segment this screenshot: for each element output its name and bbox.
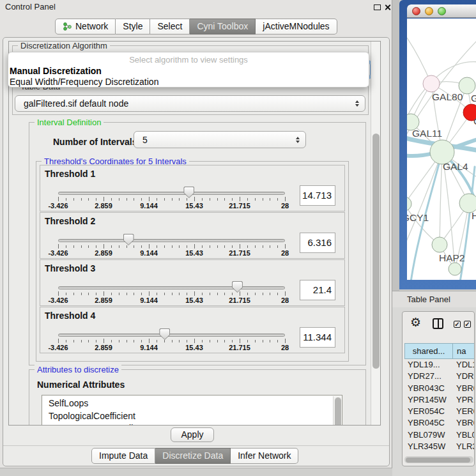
tick-label: 28 [281, 249, 289, 257]
tick-mark [73, 293, 74, 295]
tick-mark [149, 291, 150, 296]
network-node[interactable] [449, 263, 461, 275]
tick-label: 15.43 [185, 344, 203, 351]
threshold-slider-track[interactable] [58, 286, 285, 289]
tick-mark [157, 293, 157, 295]
attribute-list-item[interactable]: SelfLoops [42, 395, 342, 410]
tick-mark [96, 245, 96, 248]
attribute-items: SelfLoopsTopologicalCoefficientBetweenne… [42, 395, 342, 426]
tab-select[interactable]: Select [150, 19, 190, 35]
table-row[interactable]: YBL079WYBL0 [404, 429, 475, 441]
tick-mark [96, 198, 96, 201]
popup-option-equal-width-frequency[interactable]: Equal Width/Frequency Discretization [10, 77, 158, 87]
threshold-value-field[interactable]: 6.316 [300, 233, 335, 253]
tick-mark [232, 340, 233, 342]
tick-mark [285, 339, 286, 343]
tick-mark [66, 293, 66, 295]
network-node-hap2[interactable] [432, 237, 447, 252]
tick-mark [277, 293, 278, 295]
tick-label: -3.426 [48, 344, 68, 351]
tick-mark [172, 245, 173, 248]
tick-mark [263, 293, 263, 295]
column-header-name[interactable]: na [453, 343, 475, 359]
zoom-traffic-light[interactable] [438, 7, 446, 15]
scrollbar-thumb[interactable] [335, 397, 341, 426]
threshold-label: Threshold 4 [45, 311, 95, 321]
threshold-value-field[interactable]: 21.4 [300, 280, 335, 300]
checkbox-icon[interactable]: ✓ [464, 321, 471, 328]
table-row[interactable]: YER054CYER0 [404, 406, 475, 417]
popup-option-manual-discretization[interactable]: Manual Discretization [10, 66, 102, 76]
scrollbar-thumb[interactable] [406, 457, 470, 463]
network-node-gcy1[interactable] [407, 197, 411, 211]
checkbox-icon[interactable]: ✓ [454, 321, 461, 328]
apply-button[interactable]: Apply [171, 427, 214, 442]
table-row[interactable]: YDR27...YDR2 [404, 371, 475, 382]
tick-label: 21.715 [229, 344, 250, 351]
tab-label: Cyni Toolbox [197, 19, 248, 34]
threshold-value-field[interactable]: 14.713 [300, 185, 335, 206]
network-canvas[interactable]: GAL80GACGAL11GAL4GCY1HHAP2 [407, 19, 476, 280]
settings-vertical-scrollbar[interactable] [371, 42, 380, 425]
tick-mark [240, 339, 240, 343]
table-row[interactable]: YLR345WYLR3 [404, 441, 475, 452]
column-header-shared-name[interactable]: shared... [404, 343, 453, 359]
cell-shared-name: YER054C [408, 406, 445, 416]
tick-mark [149, 197, 150, 201]
table-data-combobox[interactable]: galFiltered.sif default node [15, 95, 365, 112]
tick-label: 9.144 [140, 344, 158, 351]
tick-label: 28 [281, 202, 289, 210]
network-node-gal80[interactable] [423, 75, 440, 92]
numerical-attributes-list: SelfLoopsTopologicalCoefficientBetweenne… [42, 395, 342, 426]
tick-mark [217, 245, 218, 248]
tick-mark [270, 198, 270, 201]
table-panel-title: Table Panel [407, 295, 450, 304]
top-tab-bar: Network Style Select Cyni Toolbox jActiv… [55, 19, 337, 35]
node-label: HAP2 [439, 252, 465, 263]
tick-mark [81, 245, 82, 248]
tab-style[interactable]: Style [116, 19, 150, 35]
table-panel-area: ⚙ ✓ ✓ shared... na YDL19...YDL1YDR27...Y… [392, 307, 476, 476]
threshold-slider-track[interactable] [58, 239, 285, 242]
threshold-label: Threshold 2 [45, 216, 95, 226]
number-of-intervals-combobox[interactable]: 5 [134, 131, 306, 148]
screen: Control Panel Network Style Sele [0, 0, 476, 476]
table-row[interactable]: YDL19...YDL1 [404, 359, 475, 371]
tab-impute-data[interactable]: Impute Data [91, 448, 155, 464]
attribute-list-item[interactable]: BetweennessCentrality [42, 422, 342, 426]
cell-shared-name: YIL052C [408, 453, 440, 455]
table-row[interactable]: YPR145WYPR1 [404, 394, 475, 406]
gear-icon[interactable]: ⚙ [410, 315, 421, 330]
tab-cyni-toolbox[interactable]: Cyni Toolbox [190, 19, 256, 35]
threshold-slider-track[interactable] [58, 334, 285, 337]
tick-mark [111, 198, 112, 201]
tick-mark [111, 293, 112, 295]
float-window-icon[interactable] [374, 4, 381, 10]
threshold-slider-track[interactable] [58, 192, 285, 195]
table-row[interactable]: YBR045CYBR0 [404, 417, 475, 429]
attribute-list-item[interactable]: TopologicalCoefficient [42, 410, 342, 423]
tab-jactivemnodules[interactable]: jActiveMNodules [256, 19, 337, 35]
table-horizontal-scrollbar[interactable] [404, 456, 473, 463]
close-icon[interactable] [384, 4, 391, 11]
tick-mark [127, 340, 127, 342]
numerical-attributes-label: Numerical Attributes [37, 380, 125, 390]
tick-mark [164, 198, 165, 201]
tick-mark [179, 340, 180, 342]
list-scrollbar[interactable] [333, 396, 341, 426]
tick-mark [277, 245, 278, 248]
tick-mark [96, 293, 96, 295]
table-row[interactable]: YIL052CYIL0 [404, 452, 475, 455]
close-traffic-light[interactable] [412, 7, 420, 15]
tick-mark [141, 198, 142, 201]
tick-mark [88, 198, 89, 201]
tab-infer-network[interactable]: Infer Network [231, 448, 298, 464]
scrollbar-thumb[interactable] [372, 134, 380, 369]
split-columns-icon[interactable] [433, 318, 443, 329]
minimize-traffic-light[interactable] [425, 7, 433, 15]
tab-network[interactable]: Network [55, 19, 116, 35]
table-row[interactable]: YBR043CYBR0 [404, 383, 475, 394]
tab-discretize-data[interactable]: Discretize Data [155, 448, 231, 464]
threshold-value-field[interactable]: 11.344 [300, 327, 335, 348]
tick-mark [119, 340, 119, 342]
